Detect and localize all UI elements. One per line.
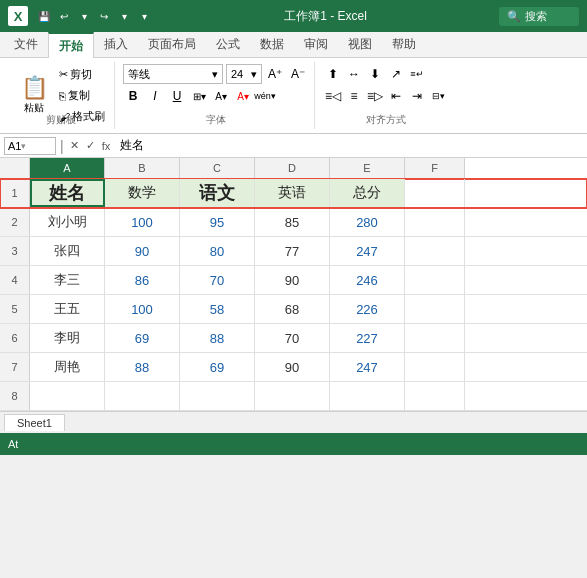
cell-f6[interactable] xyxy=(405,324,465,352)
cell-c7[interactable]: 69 xyxy=(180,353,255,381)
col-header-b[interactable]: B xyxy=(105,158,180,178)
undo-dropdown-icon[interactable]: ▾ xyxy=(76,8,92,24)
save-icon[interactable]: 💾 xyxy=(36,8,52,24)
col-header-c[interactable]: C xyxy=(180,158,255,178)
align-top-button[interactable]: ⬆ xyxy=(323,64,343,84)
cell-e7[interactable]: 247 xyxy=(330,353,405,381)
cancel-formula-icon[interactable]: ✕ xyxy=(68,139,81,152)
cell-a5[interactable]: 王五 xyxy=(30,295,105,323)
cell-c3[interactable]: 80 xyxy=(180,237,255,265)
fill-color-button[interactable]: A▾ xyxy=(211,86,231,106)
cell-c8[interactable] xyxy=(180,382,255,410)
row-header-3[interactable]: 3 xyxy=(0,237,30,265)
redo-dropdown-icon[interactable]: ▾ xyxy=(116,8,132,24)
tab-home[interactable]: 开始 xyxy=(48,32,94,58)
cell-c5[interactable]: 58 xyxy=(180,295,255,323)
align-left-button[interactable]: ≡◁ xyxy=(323,86,343,106)
decrease-font-button[interactable]: A⁻ xyxy=(288,64,308,84)
cell-f1[interactable] xyxy=(405,179,465,207)
increase-font-button[interactable]: A⁺ xyxy=(265,64,285,84)
cell-d4[interactable]: 90 xyxy=(255,266,330,294)
cell-a2[interactable]: 刘小明 xyxy=(30,208,105,236)
cell-a7[interactable]: 周艳 xyxy=(30,353,105,381)
bold-button[interactable]: B xyxy=(123,86,143,106)
cell-c4[interactable]: 70 xyxy=(180,266,255,294)
align-center-button[interactable]: ≡ xyxy=(344,86,364,106)
cell-d6[interactable]: 70 xyxy=(255,324,330,352)
cell-d8[interactable] xyxy=(255,382,330,410)
name-box[interactable]: A1 ▾ xyxy=(4,137,56,155)
cell-a3[interactable]: 张四 xyxy=(30,237,105,265)
cell-a8[interactable] xyxy=(30,382,105,410)
row-header-2[interactable]: 2 xyxy=(0,208,30,236)
row-header-4[interactable]: 4 xyxy=(0,266,30,294)
cell-f7[interactable] xyxy=(405,353,465,381)
cell-a1[interactable]: 姓名 xyxy=(30,179,105,207)
qa-more-icon[interactable]: ▾ xyxy=(136,8,152,24)
row-header-6[interactable]: 6 xyxy=(0,324,30,352)
increase-indent-button[interactable]: ⇥ xyxy=(407,86,427,106)
cell-d5[interactable]: 68 xyxy=(255,295,330,323)
tab-file[interactable]: 文件 xyxy=(4,32,48,58)
cell-a4[interactable]: 李三 xyxy=(30,266,105,294)
cell-f3[interactable] xyxy=(405,237,465,265)
cell-d3[interactable]: 77 xyxy=(255,237,330,265)
underline-button[interactable]: U xyxy=(167,86,187,106)
cell-f4[interactable] xyxy=(405,266,465,294)
cell-b2[interactable]: 100 xyxy=(105,208,180,236)
col-header-e[interactable]: E xyxy=(330,158,405,178)
merge-center-button[interactable]: ⊟▾ xyxy=(428,86,448,106)
cell-a6[interactable]: 李明 xyxy=(30,324,105,352)
redo-icon[interactable]: ↪ xyxy=(96,8,112,24)
tab-insert[interactable]: 插入 xyxy=(94,32,138,58)
col-header-a[interactable]: A xyxy=(30,158,105,178)
wrap-text-button[interactable]: wén▾ xyxy=(255,86,275,106)
cell-d7[interactable]: 90 xyxy=(255,353,330,381)
cell-f5[interactable] xyxy=(405,295,465,323)
row-header-7[interactable]: 7 xyxy=(0,353,30,381)
cell-c1[interactable]: 语文 xyxy=(180,179,255,207)
col-header-d[interactable]: D xyxy=(255,158,330,178)
wrap-button[interactable]: ≡↵ xyxy=(407,64,427,84)
tab-view[interactable]: 视图 xyxy=(338,32,382,58)
formula-input[interactable]: 姓名 xyxy=(116,137,583,154)
cell-c2[interactable]: 95 xyxy=(180,208,255,236)
align-middle-button[interactable]: ↔ xyxy=(344,64,364,84)
col-header-f[interactable]: F xyxy=(405,158,465,178)
cell-e2[interactable]: 280 xyxy=(330,208,405,236)
tab-formula[interactable]: 公式 xyxy=(206,32,250,58)
cut-button[interactable]: ✂ 剪切 xyxy=(56,65,108,84)
undo-icon[interactable]: ↩ xyxy=(56,8,72,24)
cell-e5[interactable]: 226 xyxy=(330,295,405,323)
insert-function-icon[interactable]: fx xyxy=(100,140,113,152)
font-family-dropdown[interactable]: 等线 ▾ xyxy=(123,64,223,84)
cell-b4[interactable]: 86 xyxy=(105,266,180,294)
align-bottom-button[interactable]: ⬇ xyxy=(365,64,385,84)
tab-page-layout[interactable]: 页面布局 xyxy=(138,32,206,58)
rotate-text-button[interactable]: ↗ xyxy=(386,64,406,84)
row-header-1[interactable]: 1 xyxy=(0,179,30,207)
cell-e6[interactable]: 227 xyxy=(330,324,405,352)
cell-b8[interactable] xyxy=(105,382,180,410)
search-box[interactable]: 🔍 搜索 xyxy=(499,7,579,26)
cell-e4[interactable]: 246 xyxy=(330,266,405,294)
cell-b3[interactable]: 90 xyxy=(105,237,180,265)
align-right-button[interactable]: ≡▷ xyxy=(365,86,385,106)
border-button[interactable]: ⊞▾ xyxy=(189,86,209,106)
sheet-tab-sheet1[interactable]: Sheet1 xyxy=(4,414,65,431)
italic-button[interactable]: I xyxy=(145,86,165,106)
cell-e3[interactable]: 247 xyxy=(330,237,405,265)
cell-f8[interactable] xyxy=(405,382,465,410)
row-header-5[interactable]: 5 xyxy=(0,295,30,323)
confirm-formula-icon[interactable]: ✓ xyxy=(84,139,97,152)
cell-c6[interactable]: 88 xyxy=(180,324,255,352)
font-size-dropdown[interactable]: 24 ▾ xyxy=(226,64,262,84)
cell-b6[interactable]: 69 xyxy=(105,324,180,352)
cell-e8[interactable] xyxy=(330,382,405,410)
tab-review[interactable]: 审阅 xyxy=(294,32,338,58)
row-header-8[interactable]: 8 xyxy=(0,382,30,410)
copy-button[interactable]: ⎘ 复制 xyxy=(56,86,108,105)
cell-b5[interactable]: 100 xyxy=(105,295,180,323)
cell-f2[interactable] xyxy=(405,208,465,236)
cell-e1[interactable]: 总分 xyxy=(330,179,405,207)
